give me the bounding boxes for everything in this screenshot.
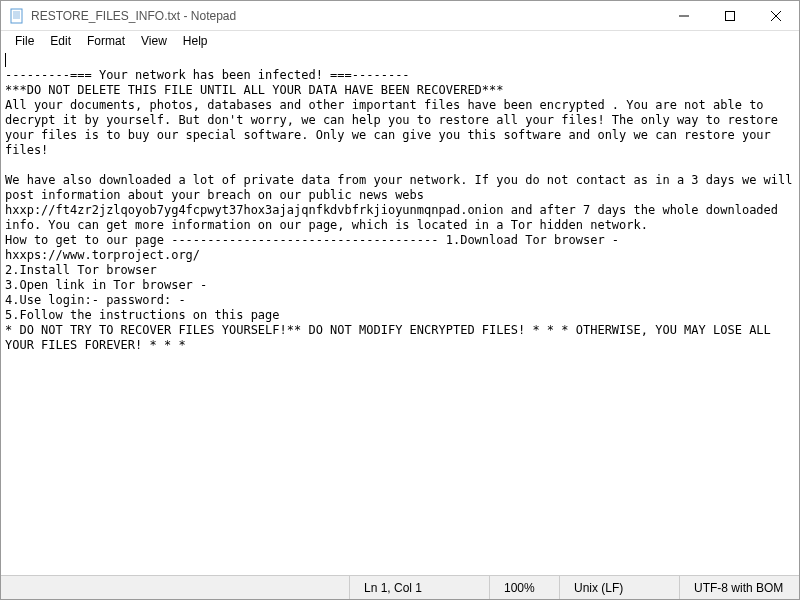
window-title: RESTORE_FILES_INFO.txt - Notepad — [31, 9, 661, 23]
menu-file[interactable]: File — [7, 32, 42, 50]
titlebar[interactable]: RESTORE_FILES_INFO.txt - Notepad — [1, 1, 799, 31]
document-content: ---------=== Your network has been infec… — [5, 68, 799, 352]
status-encoding: UTF-8 with BOM — [679, 576, 799, 599]
minimize-button[interactable] — [661, 1, 707, 30]
menu-view[interactable]: View — [133, 32, 175, 50]
menu-help[interactable]: Help — [175, 32, 216, 50]
menu-edit[interactable]: Edit — [42, 32, 79, 50]
status-line-ending: Unix (LF) — [559, 576, 679, 599]
status-position: Ln 1, Col 1 — [349, 576, 489, 599]
svg-rect-6 — [726, 11, 735, 20]
menubar: File Edit Format View Help — [1, 31, 799, 51]
close-button[interactable] — [753, 1, 799, 30]
maximize-button[interactable] — [707, 1, 753, 30]
text-cursor — [5, 53, 6, 67]
menu-format[interactable]: Format — [79, 32, 133, 50]
window-controls — [661, 1, 799, 30]
text-editor[interactable]: ---------=== Your network has been infec… — [1, 51, 799, 575]
statusbar: Ln 1, Col 1 100% Unix (LF) UTF-8 with BO… — [1, 575, 799, 599]
status-zoom: 100% — [489, 576, 559, 599]
notepad-icon — [9, 8, 25, 24]
